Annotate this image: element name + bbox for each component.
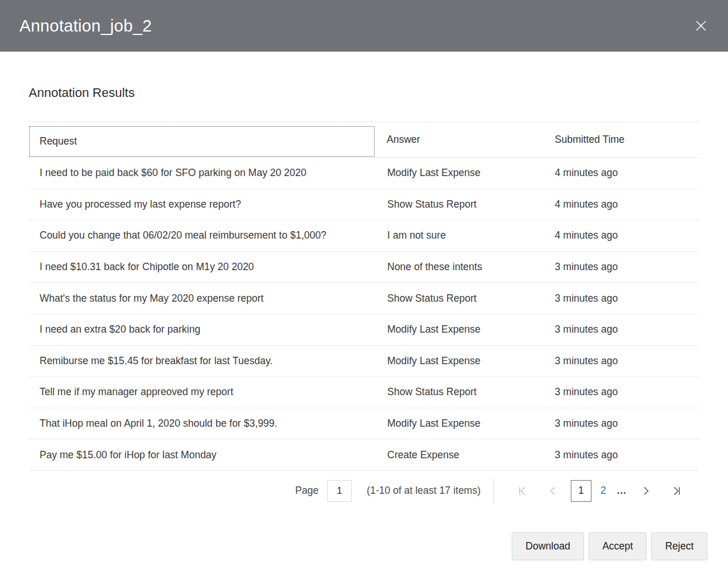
- request-cell: I need an extra $20 back for parking: [29, 323, 375, 336]
- submitted-time-cell: 3 minutes ago: [542, 386, 699, 398]
- submitted-time-cell: 3 minutes ago: [542, 449, 699, 461]
- submitted-time-cell: 3 minutes ago: [542, 355, 699, 367]
- dialog-title: Annotation_job_2: [0, 17, 152, 36]
- table-row: Remiburse me $15.45 for breakfast for la…: [29, 346, 699, 377]
- page-number-input[interactable]: [327, 480, 352, 502]
- accept-button[interactable]: Accept: [589, 532, 647, 560]
- reject-button[interactable]: Reject: [651, 532, 707, 560]
- table-header-row: Request Answer Submitted Time: [29, 122, 699, 158]
- answer-cell: Create Expense: [375, 449, 542, 461]
- first-page-button[interactable]: [514, 479, 530, 502]
- request-cell: I need to be paid back $60 for SFO parki…: [29, 167, 375, 179]
- request-cell: That iHop meal on April 1, 2020 should b…: [29, 418, 375, 430]
- request-cell: Remiburse me $15.45 for breakfast for la…: [29, 355, 375, 367]
- request-cell: Tell me if my manager appreoved my repor…: [29, 386, 375, 398]
- close-icon: [694, 19, 708, 33]
- table-row: Have you processed my last expense repor…: [29, 189, 699, 221]
- last-page-icon: [671, 485, 683, 497]
- submitted-time-cell: 4 minutes ago: [542, 198, 699, 210]
- answer-cell: I am not sure: [375, 229, 542, 241]
- page-title: Annotation Results: [29, 85, 699, 100]
- column-header-submitted-time[interactable]: Submitted Time: [542, 122, 699, 157]
- answer-cell: None of these intents: [375, 261, 542, 273]
- request-cell: Have you processed my last expense repor…: [29, 198, 375, 210]
- pagination-divider: [493, 478, 494, 504]
- page-label: Page: [295, 485, 318, 497]
- table-row: Tell me if my manager appreoved my repor…: [29, 377, 699, 408]
- page-2-link[interactable]: 2: [601, 485, 606, 497]
- annotation-results-table: Request Answer Submitted Time I need to …: [29, 122, 699, 471]
- table-row: Pay me $15.00 for iHop for last Monday C…: [29, 439, 699, 471]
- submitted-time-cell: 3 minutes ago: [542, 418, 699, 430]
- dialog-titlebar: Annotation_job_2: [0, 0, 728, 52]
- pagination-bar: Page (1-10 of at least 17 items) 1 2 …: [29, 471, 699, 511]
- page-ellipsis: …: [617, 485, 628, 497]
- answer-cell: Modify Last Expense: [375, 167, 542, 179]
- chevron-right-icon: [640, 485, 652, 497]
- answer-cell: Show Status Report: [375, 198, 542, 210]
- submitted-time-cell: 3 minutes ago: [542, 293, 699, 305]
- answer-cell: Show Status Report: [375, 293, 542, 305]
- answer-cell: Modify Last Expense: [375, 355, 542, 367]
- request-cell: What's the status for my May 2020 expens…: [29, 293, 375, 305]
- request-cell: Could you change that 06/02/20 meal reim…: [29, 229, 375, 241]
- column-header-request[interactable]: Request: [29, 126, 375, 157]
- submitted-time-cell: 4 minutes ago: [542, 229, 699, 241]
- current-page-indicator[interactable]: 1: [571, 480, 591, 502]
- answer-cell: Modify Last Expense: [375, 323, 542, 336]
- previous-page-button[interactable]: [545, 479, 561, 502]
- next-page-button[interactable]: [638, 479, 654, 502]
- chevron-left-icon: [547, 485, 559, 497]
- download-button[interactable]: Download: [512, 532, 584, 560]
- answer-cell: Show Status Report: [375, 386, 542, 398]
- column-header-answer[interactable]: Answer: [375, 122, 542, 157]
- close-button[interactable]: [689, 14, 713, 38]
- table-row: Could you change that 06/02/20 meal reim…: [29, 220, 699, 252]
- table-row: That iHop meal on April 1, 2020 should b…: [29, 408, 699, 440]
- dialog-footer: Download Accept Reject: [29, 532, 707, 560]
- request-cell: Pay me $15.00 for iHop for last Monday: [29, 449, 375, 461]
- request-cell: I need $10.31 back for Chipotle on M1y 2…: [29, 261, 375, 273]
- table-row: I need to be paid back $60 for SFO parki…: [29, 158, 699, 189]
- submitted-time-cell: 3 minutes ago: [542, 323, 699, 336]
- table-row: I need $10.31 back for Chipotle on M1y 2…: [29, 252, 699, 283]
- last-page-button[interactable]: [669, 479, 685, 502]
- table-row: I need an extra $20 back for parking Mod…: [29, 314, 699, 346]
- submitted-time-cell: 4 minutes ago: [542, 167, 699, 179]
- items-range-summary: (1-10 of at least 17 items): [367, 485, 480, 497]
- first-page-icon: [516, 485, 528, 497]
- dialog-body: Annotation Results Request Answer Submit…: [0, 85, 728, 560]
- table-row: What's the status for my May 2020 expens…: [29, 283, 699, 314]
- submitted-time-cell: 3 minutes ago: [542, 261, 699, 273]
- answer-cell: Modify Last Expense: [375, 418, 542, 430]
